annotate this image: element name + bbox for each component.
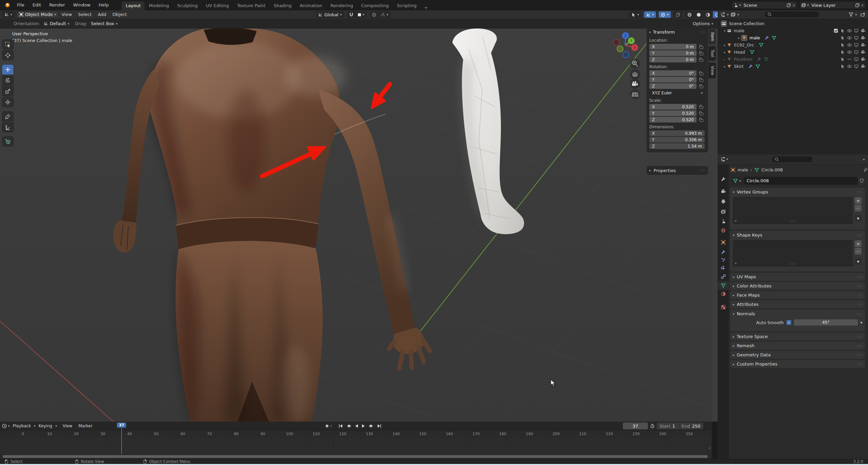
tool-transform[interactable] [2,97,14,107]
lock-icon[interactable] [700,118,703,122]
selectable-icon[interactable] [840,50,845,54]
next-keyframe-button[interactable] [369,424,374,428]
tab-view-layer[interactable] [718,207,729,216]
rotation-y-field[interactable]: Y0° [649,77,697,82]
playhead-label[interactable]: 37 [117,423,126,428]
tool-rotate[interactable] [2,75,14,86]
tool-select-box[interactable] [2,39,14,50]
disclosure-closed-icon[interactable]: ▸ [737,36,741,40]
rotation-x-field[interactable]: X0° [649,70,697,76]
tab-particles[interactable] [718,256,729,264]
menu-edit[interactable]: Edit [29,2,45,7]
mesh-data-icon[interactable] [764,57,768,61]
scale-z-field[interactable]: Z0.520 [649,117,697,123]
viewport-hide-icon[interactable] [854,29,858,33]
outliner-row-pauldron[interactable]: ▸ Pauldron [718,56,868,63]
gizmo-neg-x[interactable] [613,39,619,45]
panel-geometry-data[interactable]: ▸Geometry Data:::: [730,351,865,359]
render-hide-icon[interactable] [861,50,865,54]
fake-user-shield-button[interactable] [858,177,865,185]
tab-uv-editing[interactable]: UV Editing [202,1,233,10]
tab-animation[interactable]: Animation [296,1,326,10]
tab-output[interactable] [718,197,729,206]
eye-icon[interactable] [847,43,852,47]
stopwatch-icon[interactable] [650,424,655,428]
outliner-row-head[interactable]: ▸ Head [718,49,868,56]
play-button[interactable] [362,424,365,428]
panel-header-normals[interactable]: ▾ Normals :::: [730,310,865,318]
viewport-hide-icon[interactable] [854,43,858,47]
mode-dropdown[interactable]: Object Mode ▾ [17,11,58,18]
selectable-icon[interactable] [840,29,845,33]
sidebar-tab-view[interactable]: View [708,62,716,78]
menu-select[interactable]: Select [75,12,95,17]
tab-shading[interactable]: Shading [270,1,296,10]
modifier-wrench-icon[interactable] [757,57,761,61]
jump-to-start-button[interactable] [339,424,343,428]
animate-dot[interactable] [861,322,862,323]
selectable-icon[interactable] [840,64,845,69]
outliner-label[interactable]: Head [734,50,745,55]
playhead-line[interactable] [121,428,122,454]
lock-icon[interactable] [700,51,703,55]
remove-vertex-group-button[interactable]: − [855,205,862,211]
menu-object[interactable]: Object [109,12,130,17]
sidebar-properties-panel[interactable]: ▸ Properties :::: [647,166,708,175]
add-vertex-group-button[interactable]: + [855,197,862,204]
auto-smooth-checkbox[interactable]: ✓ [786,320,791,325]
resize-grip-icon[interactable]: :::: [790,220,795,223]
properties-search-input[interactable] [772,156,813,162]
lock-icon[interactable] [700,84,703,88]
panel-header-vertex-groups[interactable]: ▾ Vertex Groups :::: [730,188,865,196]
render-hide-icon[interactable] [861,57,865,61]
gizmo-neg-z[interactable] [623,52,629,58]
scale-x-field[interactable]: X0.520 [649,104,697,110]
filter-icon[interactable] [849,12,853,17]
lock-icon[interactable] [700,71,703,75]
lock-icon[interactable] [700,45,703,49]
current-frame-field[interactable]: 37 [623,423,648,429]
outliner-search-input[interactable] [765,12,819,17]
tab-constraints[interactable] [718,272,729,281]
new-collection-icon[interactable] [861,12,865,17]
mesh-data-icon[interactable] [756,64,760,69]
vertex-group-specials-button[interactable]: ▾ [855,215,862,222]
tool-move[interactable] [2,64,14,75]
pin-icon[interactable] [863,168,868,172]
timeline-ruler[interactable]: 0 10 20 30 40 50 60 70 80 90 100 110 120… [0,430,712,438]
dimensions-z-field[interactable]: Z1.54 m [649,143,705,149]
view-layer-name[interactable]: View Layer [810,3,854,8]
outliner-row-male-collection[interactable]: ▾ male [718,27,868,34]
sidebar-tab-tool[interactable]: Tool [708,46,716,60]
eye-closed-icon[interactable] [847,57,852,61]
drag-mode-dropdown[interactable]: Select Box ▾ [89,20,120,27]
pan-hand-button[interactable] [630,69,640,79]
vertex-groups-list[interactable]: ▸ :::: [733,197,853,224]
filter-disclosure-icon[interactable]: ▸ [735,219,737,222]
close-icon[interactable]: × [861,3,864,7]
tool-cursor[interactable] [2,50,14,60]
timeline-scrollbar[interactable] [3,455,708,458]
start-value[interactable]: 1 [672,424,675,429]
viewport-3d[interactable]: ▾ Object Mode ▾ View Select Add Object G… [0,10,718,422]
overlays-toggle[interactable]: ▾ [658,11,671,18]
menu-help[interactable]: Help [95,2,113,7]
shading-material-button[interactable] [703,11,712,18]
menu-add[interactable]: Add [95,12,109,17]
tab-tool[interactable] [718,175,729,184]
mesh-data-icon[interactable] [759,43,763,47]
outliner-label[interactable]: Pauldron [734,57,752,62]
outliner-row-0192-orc[interactable]: ▸ 0192_Orc [718,41,868,49]
lock-icon[interactable] [700,105,703,109]
panel-remesh[interactable]: ▸Remesh:::: [730,342,865,350]
scale-y-field[interactable]: Y0.520 [649,110,697,116]
dimensions-x-field[interactable]: X0.993 m [649,130,705,136]
lock-icon[interactable] [700,111,703,115]
copy-icon[interactable] [786,3,791,7]
menu-view[interactable]: View [59,424,75,428]
tab-object[interactable] [718,238,729,247]
panel-custom-properties[interactable]: ▸Custom Properties:::: [730,360,865,368]
outliner-label[interactable]: male [749,35,760,40]
tab-texture-paint[interactable]: Texture Paint [233,1,270,10]
tab-rendering[interactable]: Rendering [326,1,357,10]
